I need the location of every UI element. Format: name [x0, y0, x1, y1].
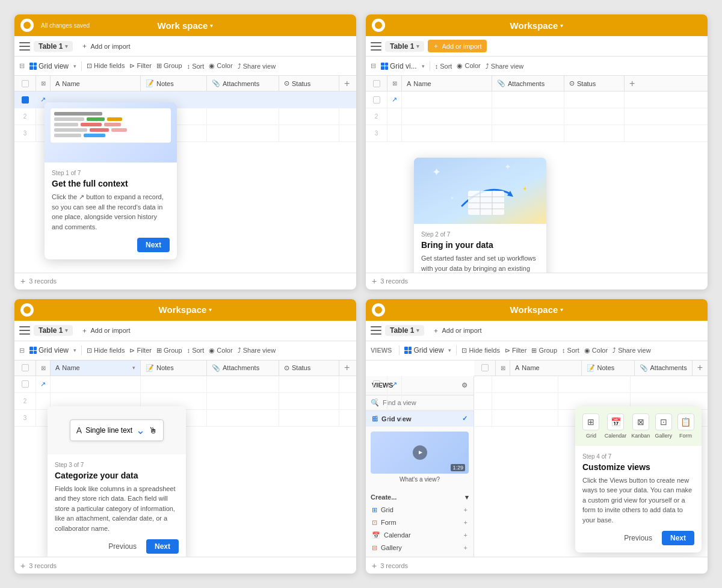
view-type-form: 📋 Form [677, 413, 694, 439]
hide-fields-btn-4[interactable]: ⊡ Hide fields [461, 347, 499, 354]
share-view-btn-1[interactable]: ⤴ Share view [238, 63, 276, 70]
panel-4-table-area: ↗ 2 3 [366, 376, 708, 557]
table-row[interactable]: 2 [366, 108, 708, 125]
views-label[interactable]: VIEWS [371, 347, 392, 354]
next-btn-1[interactable]: Next [137, 238, 170, 252]
add-import-btn-3[interactable]: ＋ Add or import [76, 324, 135, 337]
sort-btn-1[interactable]: ↕ Sort [187, 63, 205, 70]
filter-btn-4[interactable]: ⊳ Filter [505, 347, 527, 354]
step-desc-2: Get started faster and set up workflows … [421, 253, 539, 273]
gallery-view-box: ⊡ [655, 413, 672, 430]
svg-text:✦: ✦ [432, 166, 441, 178]
add-row-icon-1[interactable]: + [20, 276, 25, 286]
col-add-4[interactable]: + [693, 362, 708, 373]
expand-icon-2[interactable]: ↗ [392, 96, 397, 104]
next-btn-4[interactable]: Next [662, 531, 694, 545]
group-btn-1[interactable]: ⊞ Group [156, 62, 182, 70]
table-pill-4[interactable]: Table 1 ▾ [385, 325, 424, 336]
grid-view-label-2[interactable]: Grid vi... [381, 62, 417, 70]
color-btn-2[interactable]: ◉ Color [457, 62, 480, 70]
records-count-4: 3 records [380, 562, 408, 569]
hamburger-icon-4[interactable] [371, 326, 381, 335]
step-label-1: Step 1 of 7 [52, 170, 170, 176]
panel-2-header: Workspace ▾ [366, 14, 708, 36]
popover-actions-3: Previous Next [55, 539, 179, 554]
add-row-icon-2[interactable]: + [372, 276, 377, 286]
table-row[interactable]: ↗ [14, 376, 356, 393]
color-btn-3[interactable]: ◉ Color [209, 347, 232, 354]
table-name-4: Table 1 [390, 326, 414, 335]
panel-2-colheader: ⊠ A Name 📎 Attachments ⊙ Status + [366, 76, 708, 91]
col-add-2[interactable]: + [625, 78, 640, 89]
col-name-1: A Name [51, 76, 141, 91]
panel-3: Workspace ▾ Table 1 ▾ ＋ Add or import ⊟ … [14, 299, 356, 574]
col-name-2: A Name [402, 76, 492, 91]
add-row-icon-3[interactable]: + [20, 561, 25, 571]
prev-btn-4[interactable]: Previous [619, 531, 657, 545]
col-check-2[interactable] [366, 76, 387, 91]
add-icon-2: ＋ [433, 42, 439, 51]
step-desc-1: Click the ↗ button to expand a record, s… [52, 192, 170, 232]
workspace-title-3: Workspace [159, 305, 207, 315]
col-check-3[interactable] [14, 361, 36, 376]
col-notes-4: 📝 Notes [582, 361, 635, 376]
add-import-btn-4[interactable]: ＋ Add or import [428, 324, 486, 337]
panel-3-header: Workspace ▾ [14, 299, 356, 321]
hamburger-icon-3[interactable] [19, 326, 30, 335]
col-add-1[interactable]: + [339, 78, 354, 89]
sort-btn-2[interactable]: ↕ Sort [435, 63, 452, 70]
col-check-4[interactable] [474, 361, 496, 376]
row-height-icon-1: ⊟ [19, 62, 25, 70]
table-name-2: Table 1 [390, 42, 414, 51]
hamburger-icon-1[interactable] [19, 42, 30, 51]
add-import-btn-1[interactable]: ＋ Add or import [76, 40, 135, 52]
sort-btn-4[interactable]: ↕ Sort [562, 347, 579, 354]
grid-view-label-4[interactable]: Grid view [404, 346, 443, 354]
col-check-1[interactable] [14, 76, 36, 91]
panel-4-footer: + 3 records [366, 557, 708, 574]
step-label-4: Step 4 of 7 [582, 453, 694, 460]
hide-fields-btn-3[interactable]: ⊡ Hide fields [87, 347, 125, 354]
filter-btn-1[interactable]: ⊳ Filter [129, 62, 152, 70]
hamburger-icon-2[interactable] [371, 42, 381, 51]
table-pill-1[interactable]: Table 1 ▾ [34, 41, 73, 52]
add-row-icon-4[interactable]: + [372, 561, 377, 571]
records-count-3: 3 records [29, 562, 57, 569]
panel-1-toolbar: Table 1 ▾ ＋ Add or import [14, 36, 356, 57]
share-btn-4[interactable]: ⤴ Share view [612, 347, 650, 354]
group-btn-3[interactable]: ⊞ Group [156, 347, 182, 354]
table-pill-2[interactable]: Table 1 ▾ [385, 41, 424, 52]
hide-fields-btn-1[interactable]: ⊡ Hide fields [87, 62, 125, 70]
workspace-caret-1: ▾ [210, 22, 213, 29]
table-row[interactable]: 3 [366, 125, 708, 142]
step-title-1: Get the full context [52, 179, 170, 188]
group-btn-4[interactable]: ⊞ Group [531, 347, 557, 354]
filter-btn-3[interactable]: ⊳ Filter [129, 347, 152, 354]
prev-btn-3[interactable]: Previous [103, 539, 141, 554]
expand-icon-4[interactable]: ↗ [392, 380, 397, 388]
table-row[interactable]: ↗ [366, 376, 708, 393]
table-pill-3[interactable]: Table 1 ▾ [34, 325, 73, 336]
panel-2-viewbar: ⊟ Grid vi... ▾ ↕ Sort ◉ Color ⤴ Share vi… [366, 57, 708, 76]
col-attach-3: 📎 Attachments [207, 361, 279, 376]
field-type-pill[interactable]: A Single line text ⌄ 🖱 [70, 419, 164, 441]
table-row[interactable]: ↗ [366, 91, 708, 108]
grid-view-label-3[interactable]: Grid view [29, 346, 69, 354]
sort-btn-3[interactable]: ↕ Sort [187, 347, 205, 354]
add-icon-3: ＋ [81, 326, 88, 335]
panel-1-footer: + 3 records [14, 273, 356, 289]
col-notes-1: 📝 Notes [141, 76, 207, 91]
expand-icon-3[interactable]: ↗ [40, 380, 46, 388]
share-btn-3[interactable]: ⤴ Share view [238, 347, 276, 354]
color-btn-4[interactable]: ◉ Color [584, 347, 608, 354]
share-btn-2[interactable]: ⤴ Share view [486, 63, 523, 70]
next-btn-3[interactable]: Next [146, 539, 179, 554]
color-btn-1[interactable]: ◉ Color [209, 62, 232, 70]
grid-view-label-1[interactable]: Grid view [29, 62, 69, 70]
popover-content-4: Step 4 of 7 Customize views Click the Vi… [575, 446, 702, 553]
step4-image: ⊞ Grid 📅 Calendar ⊠ Kanban ⊡ Gallery [575, 406, 702, 446]
add-import-btn-2[interactable]: ＋ Add or import [428, 40, 486, 52]
svg-text:✦: ✦ [450, 196, 454, 201]
panel-4-colheader: ⊠ A Name 📝 Notes 📎 Attachments + [474, 361, 708, 376]
col-add-3[interactable]: + [339, 362, 354, 373]
